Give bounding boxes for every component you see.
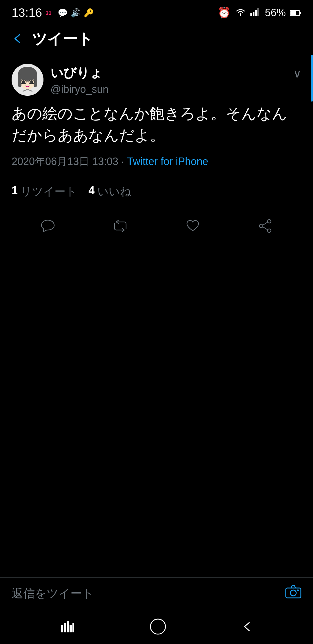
status-icons: ₂₁ 💬 🔊 🔑 <box>46 7 94 19</box>
separator-dot: · <box>121 155 127 167</box>
likes-label: いいね <box>97 184 131 199</box>
user-row: いびりょ @ibiryo_sun ∨ <box>12 64 301 96</box>
svg-rect-4 <box>257 8 259 16</box>
retweets-count: 1 <box>12 184 18 199</box>
svg-rect-7 <box>290 11 296 15</box>
stats-row: 1 リツイート 4 いいね <box>12 177 301 206</box>
tweet-container: いびりょ @ibiryo_sun ∨ あの絵のことなんか飽きろよ。そんなんだから… <box>0 55 313 246</box>
svg-point-26 <box>297 589 299 591</box>
status-bar: 13:16 ₂₁ 💬 🔊 🔑 ⏰ <box>0 0 313 23</box>
back-nav-button[interactable] <box>241 621 253 632</box>
svg-rect-1 <box>250 13 252 16</box>
home-button[interactable] <box>149 618 167 635</box>
svg-rect-24 <box>286 588 301 598</box>
user-details: いびりょ @ibiryo_sun <box>50 64 109 95</box>
wifi-icon <box>235 7 246 19</box>
volume-icon: 🔊 <box>71 8 81 18</box>
header: ツイート <box>0 23 313 55</box>
battery-percent: 56% <box>265 7 286 19</box>
svg-rect-31 <box>72 623 74 632</box>
svg-point-18 <box>30 80 33 83</box>
svg-rect-6 <box>300 12 301 14</box>
page-title: ツイート <box>32 29 93 49</box>
tweet-date: 2020年06月13日 13:03 <box>12 155 118 167</box>
avatar[interactable] <box>12 64 43 96</box>
scrollbar-indicator[interactable] <box>311 55 313 102</box>
like-button[interactable] <box>181 214 204 238</box>
tweet-text: あの絵のことなんか飽きろよ。そんなんだからああなんだよ。 <box>12 103 301 146</box>
retweets-stat[interactable]: 1 リツイート <box>12 184 77 199</box>
empty-content-area <box>0 246 313 594</box>
status-left: 13:16 ₂₁ 💬 🔊 🔑 <box>12 6 94 20</box>
tweet-source-link[interactable]: Twitter for iPhone <box>127 155 208 167</box>
retweets-label: リツイート <box>21 184 77 199</box>
bottom-nav <box>0 609 313 644</box>
svg-rect-28 <box>64 623 66 632</box>
notification-badge: ₂₁ <box>46 7 55 19</box>
action-bar <box>12 206 301 246</box>
reply-input[interactable]: 返信をツイート <box>12 585 94 601</box>
key-icon: 🔑 <box>84 8 94 18</box>
status-time: 13:16 <box>12 6 42 20</box>
svg-point-13 <box>19 73 36 81</box>
svg-rect-30 <box>70 625 72 632</box>
tweet-timestamp: 2020年06月13日 13:03 · Twitter for iPhone <box>12 155 301 169</box>
svg-rect-3 <box>255 10 257 16</box>
likes-stat[interactable]: 4 いいね <box>88 184 131 199</box>
svg-point-21 <box>259 224 263 228</box>
svg-rect-27 <box>61 625 63 632</box>
alarm-icon: ⏰ <box>218 7 231 19</box>
likes-count: 4 <box>88 184 94 199</box>
back-button[interactable] <box>12 30 23 48</box>
recent-apps-button[interactable] <box>60 621 75 632</box>
svg-rect-29 <box>67 621 69 632</box>
signal-icon <box>250 7 261 19</box>
user-display-name[interactable]: いびりょ <box>50 64 109 82</box>
retweet-button[interactable] <box>109 214 132 238</box>
user-info-left: いびりょ @ibiryo_sun <box>12 64 109 96</box>
svg-point-32 <box>150 619 165 634</box>
svg-point-19 <box>267 220 271 223</box>
battery-icon <box>290 7 301 19</box>
svg-point-17 <box>22 80 25 83</box>
svg-line-23 <box>263 227 267 230</box>
user-handle[interactable]: @ibiryo_sun <box>50 83 109 95</box>
more-options-icon[interactable]: ∨ <box>293 67 301 80</box>
svg-line-22 <box>263 222 267 225</box>
message-icon: 💬 <box>58 8 68 18</box>
svg-text:₂₁: ₂₁ <box>46 8 52 17</box>
status-right: ⏰ 56% <box>218 7 301 19</box>
share-button[interactable] <box>254 214 277 238</box>
svg-point-25 <box>290 590 296 596</box>
svg-rect-2 <box>253 12 254 16</box>
camera-icon[interactable] <box>285 585 301 603</box>
reply-bar: 返信をツイート <box>0 577 313 609</box>
svg-point-20 <box>267 229 271 232</box>
reply-button[interactable] <box>36 214 59 238</box>
